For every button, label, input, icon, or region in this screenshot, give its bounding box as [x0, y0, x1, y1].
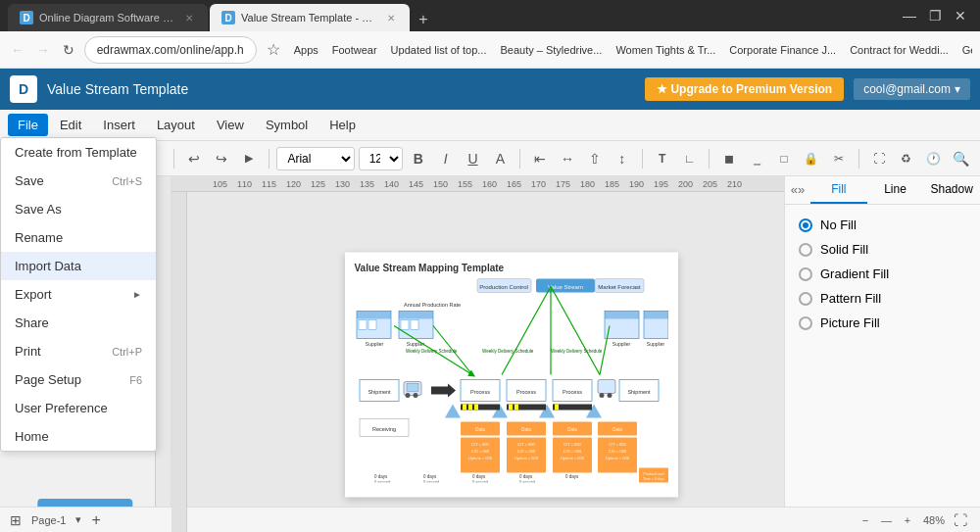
svg-text:C/O = 000: C/O = 000	[608, 448, 626, 453]
bookmark-lean[interactable]: Get Lean & Toned i...	[958, 42, 972, 58]
lock-button[interactable]: 🔒	[800, 146, 823, 171]
page-dropdown-arrow[interactable]: ▾	[75, 513, 81, 526]
menu-create-from-template[interactable]: Create from Template	[1, 138, 156, 167]
pointer-button[interactable]: ▶	[237, 146, 261, 171]
minimize-button[interactable]: —	[898, 6, 921, 25]
tab1-close[interactable]: ✕	[182, 11, 196, 24]
zoom-out-button[interactable]: −	[856, 510, 875, 530]
menu-home[interactable]: Home	[1, 422, 156, 451]
menu-import-data[interactable]: Import Data	[1, 252, 156, 280]
status-bar: ⊞ Page-1 ▾ + − — + 48% ⛶	[0, 507, 980, 532]
fill-option-no-fill[interactable]: No Fill	[793, 213, 972, 237]
tab-line[interactable]: Line	[867, 176, 924, 204]
crop-button[interactable]: ✂	[827, 146, 851, 171]
bookmark-contract[interactable]: Contract for Weddi...	[846, 42, 953, 58]
tab-2[interactable]: D Value Stream Template - Edraw ... ✕	[210, 4, 410, 31]
address-input[interactable]	[84, 36, 257, 64]
connector-button[interactable]: ∟	[678, 146, 702, 171]
bold-button[interactable]: B	[407, 146, 430, 171]
ruler-marks: 105 110 115 120 125 130 135 140 145 150 …	[203, 179, 752, 189]
line-style-button[interactable]: ⎯	[745, 146, 768, 171]
tab-1[interactable]: D Online Diagram Software - Edra... ✕	[8, 4, 208, 31]
bookmark-beauty[interactable]: Beauty – Styledrive...	[496, 42, 606, 58]
align-top-button[interactable]: ⇧	[583, 146, 607, 171]
zoom-level: 48%	[923, 514, 945, 526]
menu-save-as[interactable]: Save As	[1, 195, 156, 223]
bookmark-women[interactable]: Women Tights & Tr...	[612, 42, 719, 58]
right-panel: «» Fill Line Shadow No Fill Solid Fill G…	[784, 176, 980, 532]
menu-export[interactable]: Export ►	[1, 280, 156, 309]
tab1-label: Online Diagram Software - Edra...	[39, 12, 176, 24]
menu-layout[interactable]: Layout	[147, 114, 205, 136]
panel-collapse-button[interactable]: «»	[785, 176, 810, 202]
font-size-select[interactable]: 12 14 16	[359, 147, 403, 170]
reload-button[interactable]: ↻	[59, 37, 78, 63]
menu-share[interactable]: Share	[1, 309, 156, 337]
menu-view[interactable]: View	[207, 114, 254, 136]
menu-edit[interactable]: Edit	[50, 114, 91, 136]
svg-text:Data: Data	[612, 426, 622, 431]
forward-button[interactable]: →	[33, 37, 53, 63]
window-controls: — ❐ ✕	[898, 6, 972, 25]
svg-text:Receiving: Receiving	[371, 425, 395, 431]
svg-marker-18	[605, 311, 639, 318]
bookmark-star[interactable]: ☆	[263, 40, 284, 59]
user-email: cool@gmail.com	[863, 82, 951, 96]
text-button[interactable]: T	[651, 146, 674, 171]
upgrade-button[interactable]: ★ Upgrade to Premium Version	[645, 77, 844, 101]
bookmark-footwear[interactable]: Footwear	[328, 42, 381, 58]
font-color-button[interactable]: A	[488, 146, 512, 171]
italic-button[interactable]: I	[434, 146, 458, 171]
search-button[interactable]: 🔍	[949, 146, 972, 171]
underline-button[interactable]: U	[462, 146, 485, 171]
font-family-select[interactable]: Arial Segoe UI	[276, 147, 354, 170]
menu-help[interactable]: Help	[319, 114, 366, 136]
fill-option-picture[interactable]: Picture Fill	[793, 311, 972, 335]
align-center-button[interactable]: ↔	[556, 146, 579, 171]
align-left-button[interactable]: ⇤	[528, 146, 552, 171]
diagram-container[interactable]: Value Stream Mapping Template Value Stre…	[345, 252, 678, 497]
back-button[interactable]: ←	[8, 37, 27, 63]
menu-insert[interactable]: Insert	[93, 114, 145, 136]
shadow-button[interactable]: □	[772, 146, 796, 171]
new-tab-button[interactable]: +	[412, 8, 435, 31]
tab-shadow[interactable]: Shadow	[923, 176, 980, 204]
bookmark-updated[interactable]: Updated list of top...	[387, 42, 491, 58]
svg-rect-14	[401, 319, 409, 329]
tab2-close[interactable]: ✕	[384, 11, 398, 24]
menu-user-preference[interactable]: User Preference	[1, 394, 156, 422]
align-distribute-button[interactable]: ↕	[611, 146, 634, 171]
redo-button[interactable]: ↪	[210, 146, 233, 171]
svg-text:Weekly Delivery Schedule: Weekly Delivery Schedule	[551, 348, 603, 353]
maximize-button[interactable]: ❐	[923, 6, 947, 25]
add-page-button[interactable]: +	[91, 511, 100, 529]
bookmark-apps[interactable]: Apps	[290, 42, 322, 58]
history-button[interactable]: 🕐	[921, 146, 945, 171]
menu-page-setup[interactable]: Page Setup F6	[1, 365, 156, 394]
page-icon: ⊞	[10, 512, 22, 528]
zoom-dash: —	[881, 514, 892, 526]
zoom-in-button[interactable]: +	[898, 510, 917, 530]
menu-print[interactable]: Print Ctrl+P	[1, 337, 156, 365]
fullscreen-button[interactable]: ⛶	[951, 510, 970, 530]
menu-symbol[interactable]: Symbol	[256, 114, 318, 136]
tab-fill[interactable]: Fill	[810, 176, 867, 204]
left-ruler	[172, 192, 187, 532]
bookmark-corporate[interactable]: Corporate Finance J...	[725, 42, 840, 58]
toolbar-divider-4	[642, 149, 643, 169]
menu-file[interactable]: File	[8, 114, 48, 136]
fill-option-solid[interactable]: Solid Fill	[793, 237, 972, 262]
user-badge[interactable]: cool@gmail.com ▾	[854, 78, 970, 100]
fill-option-pattern[interactable]: Pattern Fill	[793, 286, 972, 311]
close-button[interactable]: ✕	[949, 6, 972, 25]
menu-save[interactable]: Save Ctrl+S	[1, 167, 156, 195]
canvas-area[interactable]: 105 110 115 120 125 130 135 140 145 150 …	[172, 176, 784, 532]
fill-option-gradient[interactable]: Gradient Fill	[793, 262, 972, 286]
canvas-content[interactable]: Value Stream Mapping Template Value Stre…	[172, 192, 784, 532]
undo-button[interactable]: ↩	[182, 146, 206, 171]
fullscreen-button[interactable]: ⛶	[867, 146, 891, 171]
menu-rename[interactable]: Rename	[1, 223, 156, 252]
group-button[interactable]: ♻	[895, 146, 918, 171]
fill-button[interactable]: ◼	[717, 146, 741, 171]
svg-text:Shipment: Shipment	[368, 388, 391, 394]
